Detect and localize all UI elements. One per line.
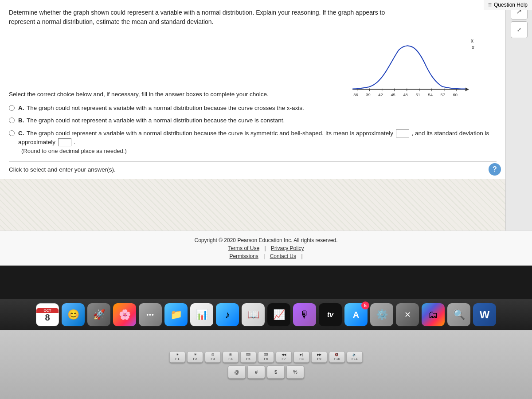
help-button[interactable]: ?	[489, 163, 501, 176]
period: .	[74, 139, 76, 145]
svg-text:48: 48	[403, 93, 407, 97]
dictionary-icon: 📖	[247, 309, 259, 321]
contact-us-link[interactable]: Contact Us	[270, 253, 296, 259]
choice-C-container: C. The graph could represent a variable …	[9, 129, 497, 155]
svg-text:60: 60	[453, 93, 458, 97]
choices-container: A. The graph could not represent a varia…	[9, 104, 497, 154]
key-f8[interactable]: ▶‖ F8	[293, 351, 309, 363]
dock-item-launchpad[interactable]: 🚀	[87, 303, 110, 326]
key-f4[interactable]: ⊞ F4	[223, 351, 239, 363]
svg-text:54: 54	[428, 93, 432, 97]
click-instruction: Click to select and enter your answer(s)…	[9, 161, 497, 173]
dock-item-stacks[interactable]: 🗂	[422, 303, 445, 326]
key-f6[interactable]: ⌨ F6	[258, 351, 274, 363]
key-f5[interactable]: ⌨ F5	[240, 351, 256, 363]
dock-item-system[interactable]: ⚙️	[370, 303, 393, 326]
dock: OCT 8 😊 🚀 🌸 ••• 📁 📊 ♪ 📖 📈 🎙 tv A	[0, 299, 532, 330]
finder3-icon: 🔍	[453, 309, 465, 321]
key-dollar[interactable]: $	[267, 365, 285, 379]
main-key-row: @ # $ %	[228, 365, 304, 379]
choice-A-letter: A.	[18, 105, 24, 111]
stddev-input-box[interactable]	[58, 138, 71, 146]
svg-text:39: 39	[366, 93, 370, 97]
question-text: Determine whether the graph shown could …	[9, 8, 390, 27]
podcasts-icon: 🎙	[300, 309, 309, 321]
choice-B-radio[interactable]	[9, 117, 15, 123]
key-f3[interactable]: ⊡ F3	[205, 351, 221, 363]
svg-marker-1	[466, 87, 469, 91]
key-f1[interactable]: ☀ F1	[169, 351, 185, 363]
resize-button[interactable]: ⤢	[511, 21, 528, 38]
mean-input-box[interactable]	[396, 129, 409, 137]
dock-item-word[interactable]: W	[473, 303, 496, 326]
privacy-policy-link[interactable]: Privacy Policy	[271, 245, 304, 251]
dock-item-x[interactable]: ✕	[396, 303, 419, 326]
keyboard-area: ☀ F1 ☀ F2 ⊡ F3 ⊞ F4 ⌨ F5	[0, 330, 532, 399]
choice-A-radio[interactable]	[9, 105, 15, 111]
dock-item-stocks[interactable]: 📈	[267, 303, 290, 326]
dock-item-finder[interactable]: 😊	[62, 303, 85, 326]
launchpad-icon: 🚀	[93, 309, 105, 321]
key-at[interactable]: @	[228, 365, 246, 379]
right-sidebar: ↗ ⤢	[505, 0, 532, 257]
footer: Copyright © 2020 Pearson Education Inc. …	[0, 231, 532, 266]
choice-C-letter: C.	[18, 130, 24, 137]
dock-item-more[interactable]: •••	[139, 303, 162, 326]
word-icon: W	[480, 309, 490, 321]
choice-C[interactable]: C. The graph could represent a variable …	[9, 129, 497, 147]
files-icon: 📁	[170, 309, 182, 321]
chart-icon: 📊	[196, 309, 208, 321]
svg-text:36: 36	[353, 93, 358, 97]
key-f11[interactable]: 🔉 F11	[347, 351, 363, 363]
question-panel: Determine whether the graph shown could …	[0, 0, 505, 179]
dock-item-music[interactable]: ♪	[216, 303, 239, 326]
more-icon: •••	[146, 311, 154, 318]
choice-A-text: The graph could not represent a variable…	[27, 105, 304, 111]
main-content: ≡ Question Help Determine whether the gr…	[0, 0, 532, 257]
distribution-graph: 36 39 42 45 48 51 54 57 60	[350, 42, 470, 100]
dock-item-appstore[interactable]: A 5	[344, 303, 368, 326]
key-f9[interactable]: ▶▶ F9	[311, 351, 327, 363]
svg-text:45: 45	[391, 93, 395, 97]
graph-container: x 36 39 42 45 48 51	[350, 42, 470, 100]
stocks-icon: 📈	[273, 309, 285, 321]
x-dock-icon: ✕	[404, 310, 411, 320]
permissions-link[interactable]: Permissions	[230, 253, 258, 259]
dock-item-files[interactable]: 📁	[164, 303, 188, 326]
photos-icon: 🌸	[119, 309, 131, 321]
choice-A[interactable]: A. The graph could not represent a varia…	[9, 104, 497, 113]
dock-item-calendar[interactable]: OCT 8	[36, 303, 59, 326]
round-note: (Round to one decimal place as needed.)	[21, 148, 497, 154]
dock-item-chart[interactable]: 📊	[190, 303, 213, 326]
menu-icon: ≡	[488, 1, 492, 8]
dock-item-podcasts[interactable]: 🎙	[293, 303, 316, 326]
appstore-icon: A	[353, 310, 359, 320]
system-icon: ⚙️	[376, 309, 388, 321]
dock-item-tv[interactable]: tv	[319, 303, 342, 326]
choice-C-radio[interactable]	[9, 130, 15, 136]
question-help-label: Question Help	[494, 2, 528, 8]
key-hash[interactable]: #	[247, 365, 265, 379]
music-icon: ♪	[225, 309, 230, 321]
svg-text:57: 57	[441, 93, 445, 97]
svg-text:42: 42	[378, 93, 383, 97]
choice-A-label: A. The graph could not represent a varia…	[18, 104, 304, 113]
appstore-badge: 5	[361, 301, 369, 309]
key-f10[interactable]: 🔇 F10	[329, 351, 345, 363]
choice-C-text: The graph could represent a variable wit…	[27, 130, 393, 137]
dock-item-finder3[interactable]: 🔍	[447, 303, 470, 326]
question-help-header[interactable]: ≡ Question Help	[484, 0, 532, 10]
key-f7[interactable]: ◀◀ F7	[276, 351, 292, 363]
x-axis-label: x	[471, 38, 473, 44]
finder-icon: 😊	[67, 309, 79, 321]
svg-text:51: 51	[415, 93, 420, 97]
choice-B-label: B. The graph could not represent a varia…	[18, 116, 285, 125]
key-percent[interactable]: %	[286, 365, 304, 379]
choice-B[interactable]: B. The graph could not represent a varia…	[9, 116, 497, 125]
terms-of-use-link[interactable]: Terms of Use	[228, 245, 259, 251]
dock-item-dictionary[interactable]: 📖	[242, 303, 265, 326]
calendar-month: OCT	[36, 308, 59, 313]
key-f2[interactable]: ☀ F2	[187, 351, 203, 363]
footer-links: Terms of Use | Privacy Policy	[0, 245, 532, 251]
dock-item-photos[interactable]: 🌸	[113, 303, 136, 326]
